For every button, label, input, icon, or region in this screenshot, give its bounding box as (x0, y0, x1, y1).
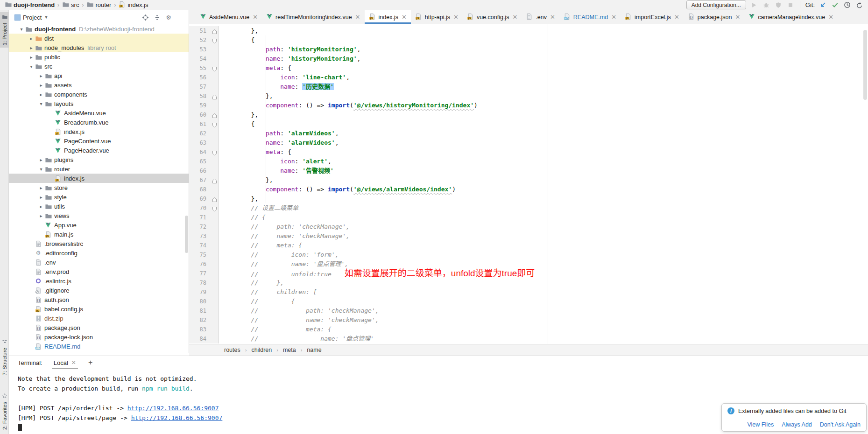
tree-item[interactable]: {}auth.json (9, 295, 189, 304)
tree-item[interactable]: ▸node_moduleslibrary root (9, 43, 189, 52)
editor-tab[interactable]: JSindex.js✕ (365, 10, 411, 24)
code-line[interactable]: 76 // name: '盘点管理', (189, 259, 868, 269)
fold-marker-icon[interactable] (212, 196, 217, 202)
notification-action-link[interactable]: Always Add (782, 421, 812, 428)
code-line[interactable]: 51 }, (189, 26, 868, 35)
code-line[interactable]: 74 // meta: { (189, 241, 868, 250)
chevron-right-icon[interactable]: ▸ (38, 83, 44, 88)
fold-marker-icon[interactable] (212, 28, 217, 34)
editor-tab[interactable]: cameraManage\index.vue✕ (744, 10, 838, 24)
stripe-structure-button[interactable]: 7: Structure (0, 337, 9, 377)
tree-item[interactable]: ▸public (9, 52, 189, 62)
stripe-favorites-button[interactable]: 2: Favorites (0, 391, 9, 432)
breadcrumb-item[interactable]: src (62, 1, 79, 9)
git-update-icon[interactable] (819, 1, 827, 9)
new-terminal-icon[interactable]: + (88, 358, 92, 367)
code-line[interactable]: 71 // { (189, 213, 868, 222)
fold-marker-icon[interactable] (212, 93, 217, 99)
tree-item[interactable]: ▸dist (9, 34, 189, 43)
chevron-down-icon[interactable]: ▾ (38, 167, 44, 172)
code-line[interactable]: 70 // 设置二级菜单 (189, 203, 868, 213)
fold-marker-icon[interactable] (212, 65, 217, 71)
code-line[interactable]: 67 }, (189, 175, 868, 185)
code-line[interactable]: 59 component: () => import('@/views/hist… (189, 101, 868, 110)
tree-item[interactable]: ▾router (9, 164, 189, 174)
code-editor[interactable]: 51 },52 {53 path: 'historyMonitoring',54… (189, 24, 868, 344)
code-line[interactable]: 55 meta: { (189, 63, 868, 73)
chevron-right-icon[interactable]: ▸ (38, 157, 44, 162)
code-breadcrumb-item[interactable]: meta (283, 347, 296, 353)
locate-file-icon[interactable] (141, 13, 150, 21)
tab-close-icon[interactable]: ✕ (735, 14, 740, 21)
tab-close-icon[interactable]: ✕ (828, 14, 833, 21)
tree-item[interactable]: .browserslistrc (9, 239, 189, 248)
gear-icon[interactable]: ⚙ (164, 13, 173, 21)
tree-item[interactable]: {}package-lock.json (9, 332, 189, 342)
editor-scrollbar[interactable] (863, 30, 867, 100)
tree-item[interactable]: ▸utils (9, 202, 189, 211)
tree-item[interactable]: AsideMenu.vue (9, 108, 189, 118)
stripe-project-button[interactable]: 1: Project (0, 12, 9, 48)
tree-item[interactable]: .gitignore (9, 286, 189, 295)
tree-item[interactable]: .env.prod (9, 267, 189, 276)
notification-action-link[interactable]: Don't Ask Again (820, 421, 861, 428)
code-line[interactable]: 57 name: '历史数据' (189, 82, 868, 91)
tree-item[interactable]: .eslintrc.js (9, 276, 189, 286)
close-icon[interactable]: ✕ (71, 359, 76, 366)
tree-item[interactable]: PageHeader.vue (9, 146, 189, 155)
breadcrumb-item[interactable]: JSindex.js (119, 1, 148, 9)
breadcrumb-item[interactable]: router (86, 1, 111, 9)
hide-panel-icon[interactable]: — (176, 13, 185, 21)
code-line[interactable]: 60 }, (189, 110, 868, 119)
tab-close-icon[interactable]: ✕ (402, 14, 407, 21)
code-line[interactable]: 69 }, (189, 194, 868, 203)
fold-marker-icon[interactable] (212, 37, 217, 43)
tree-item[interactable]: ▸assets (9, 80, 189, 90)
tab-close-icon[interactable]: ✕ (611, 14, 616, 21)
code-line[interactable]: 73 // name: 'checkManage', (189, 231, 868, 241)
rollback-icon[interactable] (855, 1, 863, 9)
code-line[interactable]: 58 }, (189, 91, 868, 101)
tree-item[interactable]: ▸components (9, 90, 189, 99)
run-icon[interactable] (750, 1, 758, 9)
chevron-right-icon[interactable]: ▸ (38, 92, 44, 97)
code-line[interactable]: 84 // name: '盘点管理' (189, 334, 868, 343)
chevron-down-icon[interactable]: ▾ (28, 64, 35, 69)
chevron-right-icon[interactable]: ▸ (38, 195, 44, 200)
breadcrumb-item[interactable]: duoji-frontend (5, 1, 55, 9)
coverage-icon[interactable] (775, 1, 783, 9)
code-breadcrumb-item[interactable]: children (251, 347, 272, 353)
debug-icon[interactable] (762, 1, 770, 9)
code-line[interactable]: 82 // name: 'checkManage', (189, 315, 868, 325)
terminal-link[interactable]: http://192.168.66.56:9007 (131, 414, 223, 421)
tree-item[interactable]: ⚙.editorconfig (9, 248, 189, 258)
add-configuration-button[interactable]: Add Configuration... (686, 0, 746, 9)
stop-icon[interactable] (787, 1, 795, 9)
fold-marker-icon[interactable] (212, 205, 217, 211)
tab-close-icon[interactable]: ✕ (550, 14, 555, 21)
chevron-right-icon[interactable]: ▸ (38, 185, 44, 190)
code-breadcrumb-item[interactable]: name (307, 347, 321, 353)
tree-item[interactable]: dist.zip (9, 314, 189, 323)
editor-tab[interactable]: MDREADME.md✕ (559, 10, 621, 24)
tree-item[interactable]: Breadcrumb.vue (9, 118, 189, 127)
chevron-right-icon[interactable]: ▸ (28, 55, 35, 60)
editor-tab[interactable]: JSvue.config.js✕ (463, 10, 522, 24)
code-line[interactable]: 80 // { (189, 297, 868, 306)
tree-item[interactable]: ▸style (9, 192, 189, 202)
editor-tab[interactable]: JSimportExcel.js✕ (621, 10, 684, 24)
git-commit-icon[interactable] (831, 1, 839, 9)
history-icon[interactable] (843, 1, 851, 9)
collapse-all-icon[interactable] (152, 13, 162, 21)
fold-marker-icon[interactable] (212, 121, 217, 127)
tree-item[interactable]: MDREADME.md (9, 342, 189, 351)
editor-tab[interactable]: JShttp-api.js✕ (411, 10, 463, 24)
code-breadcrumb-item[interactable]: routes (224, 347, 240, 353)
chevron-right-icon[interactable]: ▸ (28, 45, 35, 50)
terminal-tab-local[interactable]: Local ✕ (52, 356, 78, 369)
code-line[interactable]: 79 // children: [ (189, 287, 868, 297)
tree-item[interactable]: ▾src (9, 62, 189, 71)
code-line[interactable]: 68 component: () => import('@/views/alar… (189, 185, 868, 194)
tab-close-icon[interactable]: ✕ (674, 14, 679, 21)
code-line[interactable]: 52 { (189, 35, 868, 45)
